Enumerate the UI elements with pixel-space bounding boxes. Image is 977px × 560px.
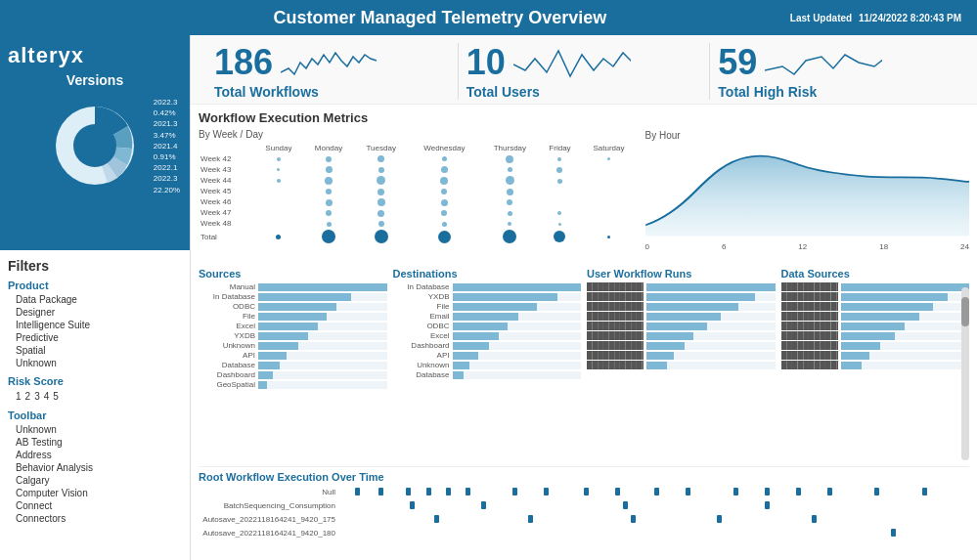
pie-container: 2022.3 0.42% 2021.3 3.47% 2021.4 0.91% 2… — [8, 92, 182, 199]
bubble-cell-0-1 — [303, 153, 354, 164]
kpi-users-label: Total Users — [466, 84, 540, 100]
bubble-cell-7-6 — [581, 229, 638, 244]
bar-row-2: File — [393, 302, 582, 311]
timeline-row-label-2: Autosave_2022118164241_9420_175 — [199, 515, 335, 524]
risk-5[interactable]: 5 — [53, 391, 59, 402]
bubble-cell-1-4 — [480, 164, 539, 175]
filter-toolbar-unknown[interactable]: Unknown — [8, 423, 182, 436]
risk-1[interactable]: 1 — [16, 391, 22, 402]
bar-label-2: ████████████████████ — [781, 302, 838, 311]
bar-bg-2 — [453, 303, 582, 311]
sources-bar-list: ManualIn DatabaseODBCFileExcelYXDBUnknow… — [199, 282, 387, 460]
filter-product-label: Product — [8, 280, 182, 291]
filter-toolbar-computer-vision[interactable]: Computer Vision — [8, 487, 182, 499]
bar-row-6: Unknown — [199, 341, 387, 350]
bar-row-2: ████████████ — [587, 302, 776, 311]
bar-label-6: Dashboard — [393, 341, 450, 350]
bubble-cell-6-0 — [254, 218, 303, 229]
kpi-workflows-number-row: 186 — [214, 43, 378, 82]
timeline-dots-1 — [339, 499, 969, 511]
filter-toolbar-ab-testing[interactable]: AB Testing — [8, 436, 182, 449]
filter-item-predictive[interactable]: Predictive — [8, 331, 182, 344]
bubble-dot — [507, 189, 513, 195]
bubble-dot — [557, 211, 561, 215]
bar-label-1: YXDB — [393, 292, 450, 301]
bar-label-2: ODBC — [199, 302, 255, 311]
bar-row-1: YXDB — [393, 292, 582, 301]
bar-label-1: ████████████ — [587, 292, 644, 301]
bubble-cell-6-3 — [408, 218, 480, 229]
bar-row-5: ████████████████████ — [781, 331, 970, 340]
bubble-dot — [322, 230, 335, 243]
bubble-dot — [506, 155, 513, 163]
timeline-dot-0-5 — [466, 488, 470, 495]
main-layout: alteryx Versions 2022.3 0.42% 2 — [0, 35, 977, 560]
timeline-dot-0-15 — [827, 488, 832, 495]
filter-item-unknown[interactable]: Unknown — [8, 357, 182, 369]
bar-label-1: ████████████████████ — [781, 292, 838, 301]
bubble-cell-0-2 — [354, 153, 408, 164]
bar-fill-4 — [258, 323, 318, 330]
bar-label-9: Dashboard — [199, 370, 255, 379]
filter-item-data-package[interactable]: Data Package — [8, 293, 182, 306]
kpi-users-sparkline — [513, 43, 631, 82]
bar-bg-5 — [646, 332, 776, 340]
bar-bg-4 — [258, 323, 387, 330]
timeline-dot-0-14 — [796, 488, 801, 495]
bar-label-5: ████████████████████ — [781, 331, 838, 340]
filter-toolbar-calgary[interactable]: Calgary — [8, 474, 182, 487]
timeline-dot-0-1 — [378, 488, 383, 495]
bar-fill-1 — [646, 293, 755, 301]
risk-4[interactable]: 4 — [44, 391, 50, 402]
bubble-cell-4-3 — [408, 196, 480, 207]
bar-fill-3 — [453, 313, 518, 321]
bubble-cell-4-0 — [254, 196, 303, 207]
filter-item-intelligence-suite[interactable]: Intelligence Suite — [8, 319, 182, 331]
bubble-cell-3-4 — [480, 186, 539, 196]
bar-fill-1 — [258, 293, 351, 301]
timeline-section: Root Workflow Execution Over Time NullBa… — [199, 466, 969, 554]
bar-label-6: ████████████ — [587, 341, 644, 350]
bar-bg-1 — [841, 293, 970, 301]
timeline-dot-2-3 — [717, 515, 722, 523]
risk-2[interactable]: 2 — [25, 391, 31, 402]
bar-fill-10 — [258, 381, 267, 389]
filter-item-spatial[interactable]: Spatial — [8, 344, 182, 357]
timeline-rows: NullBatchSequencing_ConsumptionAutosave_… — [199, 486, 969, 538]
day-wed: Wednesday — [408, 143, 480, 153]
bubble-dot — [607, 236, 610, 238]
timeline-row-2: Autosave_2022118164241_9420_175 — [199, 513, 969, 525]
bar-fill-6 — [453, 342, 489, 350]
filter-item-designer[interactable]: Designer — [8, 306, 182, 319]
risk-3[interactable]: 3 — [34, 391, 40, 402]
week-label-2: Week 44 — [199, 175, 254, 186]
bar-label-8: Unknown — [393, 361, 450, 369]
bar-row-4: ████████████████████ — [781, 322, 970, 330]
filter-toolbar-address[interactable]: Address — [8, 449, 182, 461]
timeline-dot-0-9 — [615, 488, 620, 495]
filter-toolbar-connect[interactable]: Connect — [8, 499, 182, 512]
kpi-risk-sparkline — [765, 43, 882, 82]
bar-row-1: ████████████ — [587, 292, 776, 301]
user-workflow-runs-bar-list: ████████████████████████████████████████… — [587, 282, 776, 460]
version-label-9: 22.20% — [154, 185, 180, 195]
data-sources-panel: Data Sources ███████████████████████████… — [781, 268, 970, 460]
bubble-cell-6-5 — [539, 218, 580, 229]
last-updated-label: Last Updated — [790, 13, 852, 23]
bubble-cell-1-3 — [408, 164, 480, 175]
bar-bg-1 — [453, 293, 582, 301]
bar-bg-8 — [646, 362, 776, 369]
header: Customer Managed Telemetry Overview Last… — [0, 0, 977, 35]
timeline-dot-0-12 — [733, 488, 738, 495]
filters-title: Filters — [8, 258, 182, 274]
timeline-dot-0-16 — [874, 488, 879, 495]
filter-toolbar-connectors[interactable]: Connectors — [8, 512, 182, 525]
filter-toolbar-behavior[interactable]: Behavior Analysis — [8, 461, 182, 474]
hour-24: 24 — [960, 242, 969, 251]
bubble-dot — [325, 177, 333, 185]
week-label-5: Week 47 — [199, 207, 254, 218]
bar-fill-6 — [646, 342, 685, 350]
bar-row-8: Unknown — [393, 361, 582, 369]
bar-fill-5 — [841, 332, 896, 340]
bar-row-5: YXDB — [199, 331, 387, 340]
